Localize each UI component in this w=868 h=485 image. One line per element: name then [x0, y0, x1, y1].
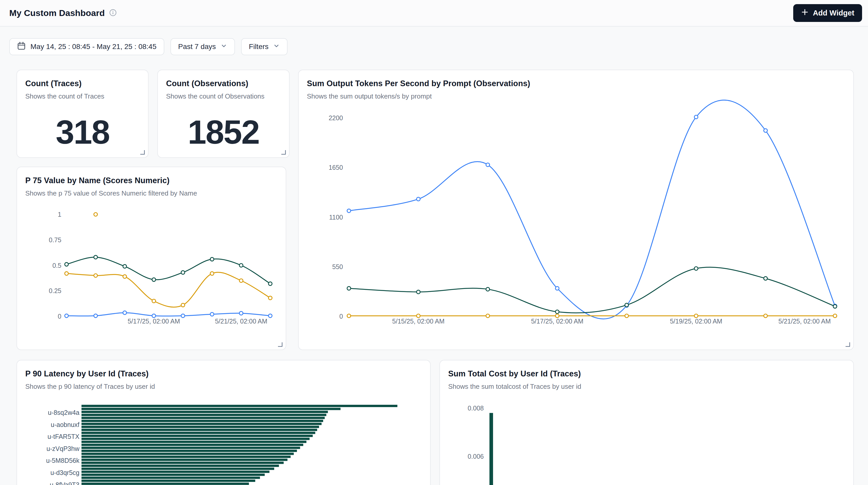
chevron-down-icon [220, 42, 227, 51]
widget-sum-total-cost: Sum Total Cost by User Id (Traces) Shows… [439, 360, 854, 485]
page-title: My Custom Dashboard [9, 8, 105, 18]
widget-subtitle: Shows the p 90 latency of Traces by user… [25, 383, 422, 391]
add-widget-button[interactable]: Add Widget [793, 4, 862, 22]
plus-icon [801, 8, 809, 18]
widget-title: Sum Total Cost by User Id (Traces) [448, 369, 845, 378]
chevron-down-icon [273, 42, 280, 51]
info-icon [109, 9, 117, 17]
resize-corner-icon[interactable] [280, 149, 286, 155]
widget-title: P 90 Latency by User Id (Traces) [25, 369, 422, 378]
date-range-value: May 14, 25 : 08:45 - May 21, 25 : 08:45 [30, 42, 157, 51]
resize-corner-icon[interactable] [844, 341, 850, 347]
widget-p75-value: P 75 Value by Name (Scores Numeric) Show… [17, 166, 286, 350]
filters-label: Filters [249, 42, 269, 51]
widget-count-traces: Count (Traces) Shows the count of Traces… [17, 70, 149, 158]
date-range-picker[interactable]: May 14, 25 : 08:45 - May 21, 25 : 08:45 [9, 38, 164, 55]
widget-title: Sum Output Tokens Per Second by Prompt (… [307, 79, 845, 88]
resize-corner-icon[interactable] [139, 149, 145, 155]
widget-sum-output-tokens: Sum Output Tokens Per Second by Prompt (… [298, 70, 854, 350]
dashboard-info-button[interactable] [109, 9, 117, 17]
toolbar: May 14, 25 : 08:45 - May 21, 25 : 08:45 … [9, 38, 287, 55]
widget-title: P 75 Value by Name (Scores Numeric) [25, 176, 277, 185]
widget-subtitle: Shows the sum totalcost of Traces by use… [448, 383, 845, 391]
widget-subtitle: Shows the p 75 value of Scores Numeric f… [25, 189, 277, 198]
filters-button[interactable]: Filters [241, 38, 287, 55]
add-widget-label: Add Widget [813, 9, 854, 17]
widget-count-observations: Count (Observations) Shows the count of … [157, 70, 289, 158]
widget-subtitle: Shows the count of Observations [166, 92, 281, 100]
widget-title: Count (Observations) [166, 79, 281, 88]
widget-p90-latency: P 90 Latency by User Id (Traces) Shows t… [17, 360, 431, 485]
widget-subtitle: Shows the count of Traces [25, 92, 140, 100]
resize-corner-icon[interactable] [277, 341, 283, 347]
widget-title: Count (Traces) [25, 79, 140, 88]
calendar-icon [17, 41, 26, 52]
count-traces-value: 318 [25, 115, 140, 149]
time-preset-value: Past 7 days [178, 42, 216, 51]
time-preset-select[interactable]: Past 7 days [170, 38, 235, 55]
widget-subtitle: Shows the sum output tokens/s by prompt [307, 92, 845, 100]
page-header: My Custom Dashboard Add Widget [0, 0, 868, 27]
count-observations-value: 1852 [166, 115, 281, 149]
